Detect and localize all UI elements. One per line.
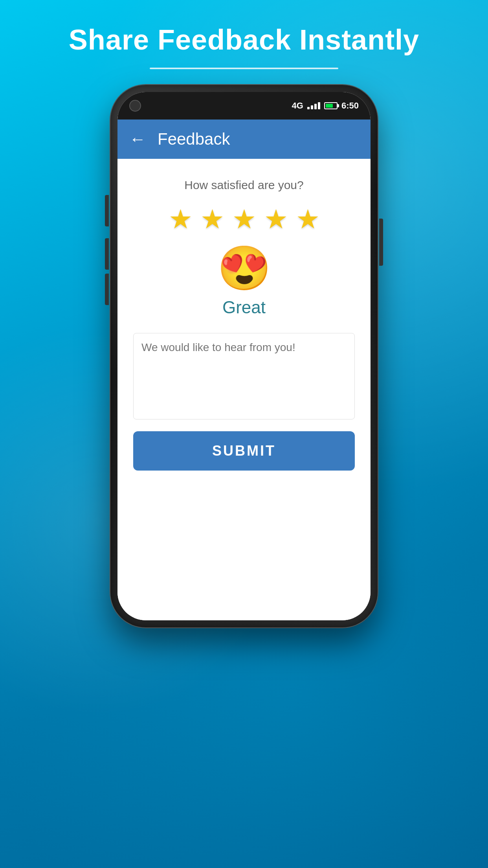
page-title: Share Feedback Instantly [69,24,419,56]
stars-rating[interactable]: ★ ★ ★ ★ ★ [169,204,320,235]
app-bar-title: Feedback [158,130,230,149]
camera-icon [129,100,141,112]
battery-fill [326,104,333,108]
phone-screen: 4G 6:50 ← Feedback [117,92,371,620]
page-header: Share Feedback Instantly [69,24,419,56]
status-left [129,100,141,112]
star-1[interactable]: ★ [169,204,193,235]
satisfaction-question: How satisfied are you? [184,178,304,192]
submit-button[interactable]: SUBMIT [133,431,355,471]
rating-label: Great [222,298,266,317]
app-bar: ← Feedback [117,120,371,159]
feedback-input[interactable] [133,333,355,419]
signal-bar-3 [314,104,317,109]
star-4[interactable]: ★ [264,204,288,235]
phone-notch [205,92,283,106]
signal-bar-2 [311,105,313,109]
rating-emoji: 😍 [217,246,271,290]
signal-bars-icon [307,102,320,109]
header-divider [150,68,338,69]
star-3[interactable]: ★ [232,204,256,235]
time-display: 6:50 [341,101,359,111]
network-indicator: 4G [292,101,303,111]
back-button[interactable]: ← [129,130,146,149]
star-2[interactable]: ★ [200,204,224,235]
content-area: How satisfied are you? ★ ★ ★ ★ ★ 😍 Great… [117,159,371,620]
battery-icon [324,102,338,109]
signal-bar-4 [318,102,320,109]
phone-outer-shell: 4G 6:50 ← Feedback [110,85,378,627]
star-5[interactable]: ★ [296,204,320,235]
phone-mockup: 4G 6:50 ← Feedback [110,85,378,627]
status-right: 4G 6:50 [292,101,359,111]
signal-bar-1 [307,107,310,109]
